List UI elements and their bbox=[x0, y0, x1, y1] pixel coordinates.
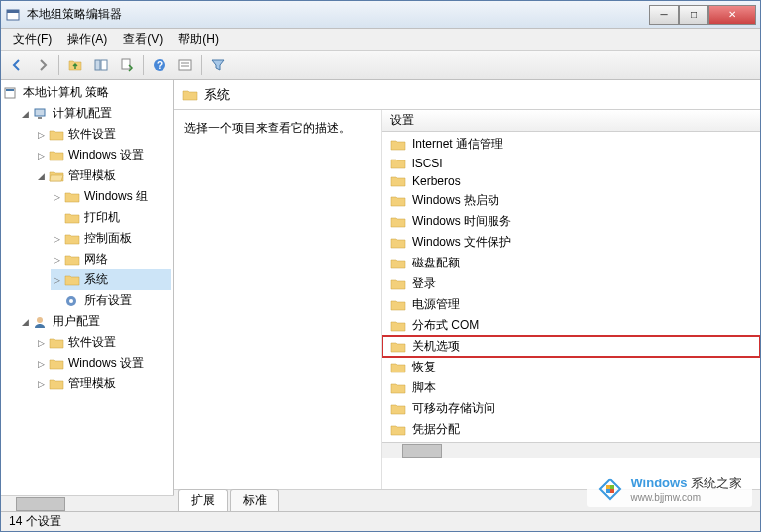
expander-icon[interactable]: ▷ bbox=[35, 150, 47, 161]
tree-all-settings[interactable]: 所有设置 bbox=[51, 290, 171, 311]
tree-network[interactable]: ▷ 网络 bbox=[51, 249, 171, 269]
filter-button[interactable] bbox=[206, 53, 230, 77]
back-button[interactable] bbox=[5, 53, 29, 77]
expander-icon[interactable]: ▷ bbox=[35, 129, 47, 141]
show-hide-tree-button[interactable] bbox=[89, 53, 113, 77]
list-item[interactable]: Internet 通信管理 bbox=[382, 134, 760, 155]
expander-icon[interactable]: ▷ bbox=[35, 337, 47, 349]
description-text: 选择一个项目来查看它的描述。 bbox=[184, 120, 372, 137]
tree-panel[interactable]: 本地计算机 策略 ◢ 计算机配置 ▷ 软件设置 ▷ bbox=[1, 80, 174, 511]
tree-user-admin[interactable]: ▷ 管理模板 bbox=[35, 373, 171, 394]
list-item-label: 关机选项 bbox=[412, 338, 460, 355]
list-item-label: 电源管理 bbox=[412, 296, 460, 313]
list-item[interactable]: Windows 文件保护 bbox=[382, 232, 760, 253]
expander-placeholder bbox=[51, 295, 62, 307]
expander-icon[interactable]: ▷ bbox=[51, 233, 62, 245]
tree-computer-config[interactable]: ◢ 计算机配置 bbox=[19, 103, 171, 124]
column-header-settings[interactable]: 设置 bbox=[382, 110, 760, 132]
folder-icon bbox=[390, 157, 406, 170]
horizontal-scrollbar[interactable] bbox=[382, 442, 760, 458]
list-item[interactable]: Kerberos bbox=[382, 172, 760, 190]
tree-admin-templates[interactable]: ◢ 管理模板 bbox=[35, 165, 171, 186]
list-item[interactable]: iSCSI bbox=[382, 155, 760, 172]
list-item[interactable]: 登录 bbox=[382, 273, 760, 294]
tree-printers[interactable]: 打印机 bbox=[51, 207, 171, 228]
export-button[interactable] bbox=[115, 53, 139, 77]
tree-label: 软件设置 bbox=[68, 126, 116, 143]
svg-rect-19 bbox=[606, 489, 610, 493]
list-item[interactable]: 分布式 COM bbox=[382, 315, 760, 336]
watermark-brand: Windows bbox=[630, 476, 687, 490]
forward-button[interactable] bbox=[31, 53, 54, 77]
properties-button[interactable] bbox=[173, 53, 197, 77]
minimize-button[interactable]: ─ bbox=[649, 5, 679, 25]
help-button[interactable]: ? bbox=[148, 53, 171, 77]
tree-label: 控制面板 bbox=[84, 230, 132, 247]
tree-user-config[interactable]: ◢ 用户配置 bbox=[19, 311, 171, 332]
list-panel[interactable]: 设置 Internet 通信管理iSCSIKerberosWindows 热启动… bbox=[382, 110, 760, 489]
tree-label: 打印机 bbox=[84, 209, 120, 226]
list-item[interactable]: 电源管理 bbox=[382, 294, 760, 315]
maximize-button[interactable]: □ bbox=[679, 5, 708, 25]
expander-icon[interactable]: ◢ bbox=[19, 108, 31, 120]
tree-system[interactable]: ▷ 系统 bbox=[51, 269, 171, 290]
expander-icon[interactable]: ◢ bbox=[19, 316, 31, 328]
folder-icon bbox=[390, 236, 406, 250]
expander-icon[interactable]: ▷ bbox=[51, 274, 62, 286]
folder-icon bbox=[64, 253, 80, 266]
list-item[interactable]: 凭据分配 bbox=[382, 419, 760, 440]
list-item[interactable]: 磁盘配额 bbox=[382, 253, 760, 273]
scrollbar-thumb[interactable] bbox=[402, 444, 442, 458]
tree-scrollbar[interactable] bbox=[1, 495, 174, 511]
close-button[interactable]: ✕ bbox=[708, 5, 756, 25]
list-item[interactable]: Windows 时间服务 bbox=[382, 211, 760, 232]
list-item-label: 脚本 bbox=[412, 379, 436, 396]
list-item[interactable]: 脚本 bbox=[382, 377, 760, 398]
menu-help[interactable]: 帮助(H) bbox=[170, 29, 227, 50]
list-item-label: 磁盘配额 bbox=[412, 255, 460, 271]
tree-user-windows[interactable]: ▷ Windows 设置 bbox=[35, 353, 171, 373]
tree-control-panel[interactable]: ▷ 控制面板 bbox=[51, 228, 171, 249]
folder-icon bbox=[49, 377, 64, 391]
folder-icon bbox=[390, 402, 406, 416]
list-item-label: iSCSI bbox=[412, 157, 443, 170]
tree-label: 本地计算机 策略 bbox=[23, 84, 109, 101]
menu-file[interactable]: 文件(F) bbox=[5, 29, 59, 50]
expander-icon[interactable]: ▷ bbox=[35, 358, 47, 370]
tab-extended[interactable]: 扩展 bbox=[178, 489, 228, 511]
list-item[interactable]: 恢复 bbox=[382, 357, 760, 377]
expander-icon[interactable]: ▷ bbox=[51, 191, 62, 203]
scrollbar-thumb[interactable] bbox=[16, 497, 65, 511]
tree-label: 网络 bbox=[84, 251, 108, 267]
user-icon bbox=[33, 315, 49, 329]
expander-icon[interactable]: ◢ bbox=[35, 170, 47, 182]
folder-open-icon bbox=[49, 169, 64, 183]
tab-standard[interactable]: 标准 bbox=[230, 489, 279, 511]
svg-point-15 bbox=[69, 299, 73, 303]
folder-icon bbox=[64, 232, 80, 246]
list-item[interactable]: Windows 热启动 bbox=[382, 190, 760, 211]
list-item[interactable]: 关机选项 bbox=[382, 336, 760, 357]
tree-label: 软件设置 bbox=[68, 334, 116, 351]
svg-rect-2 bbox=[95, 60, 100, 70]
list-item-label: Kerberos bbox=[412, 174, 461, 188]
svg-rect-7 bbox=[179, 60, 191, 70]
menu-view[interactable]: 查看(V) bbox=[115, 29, 170, 50]
policy-icon bbox=[3, 86, 19, 100]
folder-icon bbox=[182, 88, 198, 102]
menu-action[interactable]: 操作(A) bbox=[59, 29, 115, 50]
tree-windows-settings[interactable]: ▷ Windows 设置 bbox=[35, 145, 171, 165]
up-button[interactable] bbox=[63, 53, 87, 77]
tree-software-settings[interactable]: ▷ 软件设置 bbox=[35, 124, 171, 145]
tree-root[interactable]: 本地计算机 策略 bbox=[3, 82, 171, 103]
list-item[interactable]: 可移动存储访问 bbox=[382, 398, 760, 419]
expander-icon[interactable]: ▷ bbox=[51, 254, 62, 266]
tree-windows-components[interactable]: ▷ Windows 组 bbox=[51, 186, 171, 207]
svg-rect-18 bbox=[610, 485, 614, 489]
expander-icon[interactable]: ▷ bbox=[35, 378, 47, 390]
folder-icon bbox=[390, 381, 406, 395]
tree-label: 用户配置 bbox=[53, 313, 100, 330]
tree-user-software[interactable]: ▷ 软件设置 bbox=[35, 332, 171, 353]
svg-rect-1 bbox=[7, 10, 19, 13]
watermark-text: 系统之家 bbox=[691, 476, 742, 490]
